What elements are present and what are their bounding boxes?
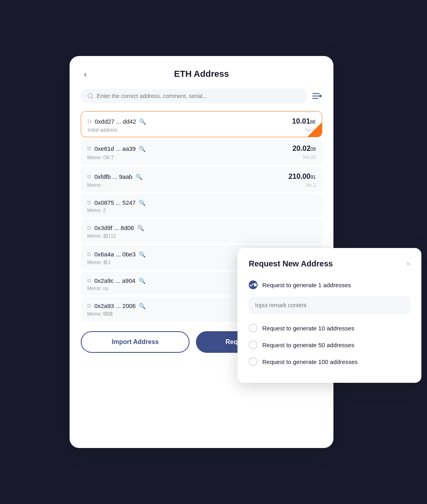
amount-main: 210.0091	[289, 172, 316, 180]
search-addr-icon[interactable]: 🔍	[139, 278, 146, 284]
import-address-button[interactable]: Import Address	[81, 331, 190, 353]
address-text: 0x2a9c ... a904	[94, 277, 136, 284]
radio-option-3[interactable]: Request to generate 50 addresses	[249, 336, 410, 353]
memo-text: Memo: 2	[87, 208, 106, 213]
memo-text: Memo: uu	[87, 286, 108, 291]
search-addr-icon[interactable]: 🔍	[139, 146, 146, 152]
memo-text: Memo: 圆112	[87, 233, 116, 240]
radio-label: Request to generate 100 addresses	[262, 358, 358, 365]
address-item[interactable]: ⧉ 0x3d9f ... 8d06 🔍 Memo: 圆112	[81, 219, 322, 244]
address-text: 0xe61d ... aa39	[94, 145, 136, 152]
address-item[interactable]: ⧉ 0xfdfb ... 9aab 🔍 210.0091 Memo: - No.…	[81, 167, 322, 192]
address-text: 0x0875 ... 5247	[94, 199, 136, 206]
address-text: 0x6a4a ... 0be3	[94, 251, 136, 258]
copy-icon[interactable]: ⧉	[87, 302, 91, 309]
memo-text: Memo: 新1	[87, 259, 111, 266]
address-item[interactable]: ⧉ 0x0875 ... 5247 🔍 Memo: 2	[81, 194, 322, 217]
memo-text: Initial address	[88, 127, 117, 133]
header: ‹ ETH Address	[81, 69, 322, 79]
copy-icon[interactable]: ⧉	[87, 199, 91, 206]
address-text: 0xdd27 ... dd42	[95, 118, 136, 125]
search-addr-icon[interactable]: 🔍	[139, 118, 146, 125]
checkmark-icon	[249, 283, 254, 287]
dialog-title: Request New Address	[249, 259, 333, 268]
copy-icon[interactable]: ⧉	[87, 277, 91, 284]
search-addr-icon[interactable]: 🔍	[139, 303, 146, 309]
close-dialog-button[interactable]: ×	[406, 260, 410, 268]
copy-icon[interactable]: ⧉	[87, 251, 91, 258]
copy-icon[interactable]: ⧉	[87, 224, 91, 231]
radio-unchecked-icon	[249, 357, 257, 366]
back-button[interactable]: ‹	[81, 68, 90, 80]
page-title: ETH Address	[174, 69, 229, 79]
radio-label: Request to generate 10 addresses	[262, 325, 354, 332]
address-item[interactable]: ⧉ 0xdd27 ... dd42 🔍 10.0188 Initial addr…	[81, 111, 322, 137]
search-icon	[87, 93, 94, 99]
search-addr-icon[interactable]: 🔍	[139, 251, 146, 258]
filter-button[interactable]	[312, 92, 322, 100]
dialog-header: Request New Address ×	[249, 259, 410, 268]
no-text: No.2	[306, 182, 316, 188]
copy-icon[interactable]: ⧉	[87, 145, 91, 152]
radio-unchecked-icon	[249, 324, 257, 332]
request-dialog: Request New Address × Request to generat…	[237, 248, 421, 383]
radio-unchecked-icon	[249, 340, 257, 349]
address-text: 0x3d9f ... 8d06	[94, 224, 134, 231]
memo-text: Memo: 哦哦	[87, 311, 113, 318]
radio-option-1[interactable]: Request to generate 1 addresses	[249, 276, 410, 293]
no-text: No.10	[303, 154, 316, 161]
address-item[interactable]: ⧉ 0xe61d ... aa39 🔍 20.0208 Memo: OK了 No…	[81, 139, 322, 165]
search-box	[81, 89, 308, 103]
remark-input[interactable]	[249, 296, 410, 314]
radio-checked-icon	[249, 280, 257, 289]
search-input[interactable]	[97, 93, 301, 99]
address-text: 0xfdfb ... 9aab	[94, 173, 132, 180]
copy-icon[interactable]: ⧉	[88, 118, 92, 125]
filter-icon	[312, 92, 322, 100]
radio-label: Request to generate 50 addresses	[262, 342, 354, 348]
active-corner	[307, 122, 322, 137]
amount-main: 20.0208	[293, 144, 316, 152]
address-text: 0x2a93 ... 2006	[94, 302, 136, 309]
radio-option-2[interactable]: Request to generate 10 addresses	[249, 320, 410, 336]
memo-text: Memo: -	[87, 182, 105, 188]
search-addr-icon[interactable]: 🔍	[136, 174, 142, 180]
radio-label: Request to generate 1 addresses	[262, 282, 351, 288]
search-row	[81, 89, 322, 103]
svg-line-1	[92, 97, 93, 98]
main-card: ‹ ETH Address ⧉ 0xdd27 ... dd	[70, 56, 333, 448]
search-addr-icon[interactable]: 🔍	[137, 225, 144, 231]
memo-text: Memo: OK了	[87, 154, 115, 161]
search-addr-icon[interactable]: 🔍	[139, 200, 146, 206]
radio-option-4[interactable]: Request to generate 100 addresses	[249, 353, 410, 370]
copy-icon[interactable]: ⧉	[87, 173, 91, 180]
